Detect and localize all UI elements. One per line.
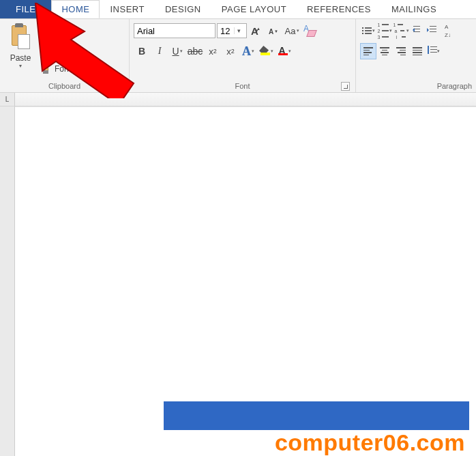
font-color-icon: [277, 46, 288, 57]
font-size-input[interactable]: [218, 24, 234, 38]
multilevel-list-button[interactable]: 1 a i ▾: [393, 23, 409, 39]
multilevel-icon: 1 a i: [393, 23, 406, 40]
vertical-ruler[interactable]: [0, 106, 15, 456]
group-font: ▾ ▾ ▾ B I U ▾ abc x2 x2: [130, 19, 356, 92]
tab-selector[interactable]: L: [0, 93, 15, 106]
cut-label: Cut: [55, 26, 68, 35]
change-case-button[interactable]: ▾: [284, 23, 300, 39]
tab-design[interactable]: DESIGN: [155, 0, 211, 18]
bold-button[interactable]: B: [134, 43, 150, 59]
increase-indent-button[interactable]: [426, 23, 442, 39]
tab-mailings[interactable]: MAILINGS: [381, 0, 447, 18]
superscript-button[interactable]: x2: [222, 43, 239, 59]
numbering-button[interactable]: 1 2 3 ▾: [376, 23, 393, 39]
watermark-text: computer06.com: [164, 429, 469, 456]
strikethrough-button[interactable]: abc: [187, 43, 203, 59]
justify-button[interactable]: [409, 43, 426, 59]
group-clipboard: Paste ▾ Cut Copy Format Painter Clipbo: [0, 19, 130, 92]
italic-button[interactable]: I: [151, 43, 168, 59]
ribbon-tabbar: FILE HOME INSERT DESIGN PAGE LAYOUT REFE…: [0, 0, 476, 19]
highlighter-icon: [259, 46, 270, 57]
scissors-icon: [41, 25, 52, 36]
numbering-icon: 1 2 3: [378, 23, 389, 40]
text-effects-button[interactable]: A▾: [240, 43, 256, 59]
group-paragraph: ▾ 1 2 3 ▾ 1 a i ▾: [356, 19, 476, 92]
sort-button[interactable]: [442, 23, 458, 39]
chevron-down-icon: ▾: [389, 28, 392, 33]
cut-button[interactable]: Cut: [41, 23, 108, 38]
chevron-down-icon: ▾: [288, 48, 291, 54]
copy-label: Copy: [55, 45, 74, 55]
paste-button[interactable]: Paste ▾: [4, 22, 37, 69]
chevron-down-icon: ▾: [406, 28, 409, 33]
format-painter-label: Format Painter: [55, 64, 108, 74]
line-spacing-button[interactable]: ▾: [426, 43, 442, 59]
grow-font-button[interactable]: [248, 23, 265, 39]
copy-button[interactable]: Copy: [41, 42, 108, 57]
font-size-combo[interactable]: ▾: [217, 23, 247, 38]
change-case-icon: [285, 25, 296, 36]
font-group-label: Font: [235, 82, 250, 90]
chevron-down-icon: ▾: [252, 48, 254, 54]
chevron-down-icon: ▾: [180, 48, 183, 54]
align-left-button[interactable]: [360, 43, 376, 59]
chevron-down-icon: ▾: [271, 48, 273, 54]
subscript-2: 2: [213, 48, 217, 55]
decrease-indent-button[interactable]: [409, 23, 426, 39]
tab-references[interactable]: REFERENCES: [297, 0, 381, 18]
horizontal-ruler[interactable]: L: [0, 93, 476, 106]
tab-home[interactable]: HOME: [51, 0, 100, 18]
eraser-icon: [303, 25, 316, 37]
clipboard-group-label: Clipboard: [48, 82, 80, 90]
underline-icon: U: [172, 46, 179, 57]
superscript-2: 2: [231, 48, 235, 55]
watermark-bar: [164, 401, 469, 430]
chevron-down-icon[interactable]: ▾: [234, 27, 243, 34]
font-launcher[interactable]: [341, 82, 350, 91]
bullets-icon: [362, 27, 372, 34]
chevron-down-icon[interactable]: ▾: [19, 63, 22, 69]
paste-icon: [10, 23, 31, 51]
chevron-down-icon: ▾: [437, 48, 440, 54]
font-color-button[interactable]: ▾: [276, 43, 292, 59]
chevron-down-icon: ▾: [297, 28, 299, 33]
align-right-button[interactable]: [393, 43, 409, 59]
subscript-button[interactable]: x2: [205, 43, 221, 59]
font-name-combo[interactable]: ▾: [134, 23, 215, 38]
format-painter-button[interactable]: Format Painter: [41, 61, 108, 76]
clear-formatting-button[interactable]: [301, 23, 318, 39]
align-right-icon: [396, 47, 406, 55]
tab-file[interactable]: FILE: [0, 0, 51, 18]
copy-icon: [41, 44, 52, 55]
paragraph-group-label: Paragraph: [437, 82, 472, 90]
ribbon: Paste ▾ Cut Copy Format Painter Clipbo: [0, 19, 476, 93]
align-left-icon: [363, 47, 373, 55]
align-center-icon: [380, 47, 389, 55]
justify-icon: [413, 47, 422, 55]
ruler-track[interactable]: [15, 93, 476, 106]
clipboard-launcher[interactable]: [115, 82, 123, 91]
bullets-button[interactable]: ▾: [360, 23, 376, 39]
align-center-button[interactable]: [376, 43, 393, 59]
shrink-font-button[interactable]: [266, 23, 282, 39]
paste-label: Paste: [10, 53, 31, 63]
shrink-font-icon: [269, 25, 280, 36]
tab-page-layout[interactable]: PAGE LAYOUT: [211, 0, 297, 18]
paintbrush-icon: [41, 63, 52, 74]
grow-font-icon: [251, 25, 262, 36]
underline-button[interactable]: U ▾: [169, 43, 185, 59]
text-effects-icon: A: [242, 44, 251, 59]
tab-insert[interactable]: INSERT: [100, 0, 154, 18]
highlight-button[interactable]: ▾: [258, 43, 274, 59]
chevron-down-icon: ▾: [372, 28, 375, 33]
